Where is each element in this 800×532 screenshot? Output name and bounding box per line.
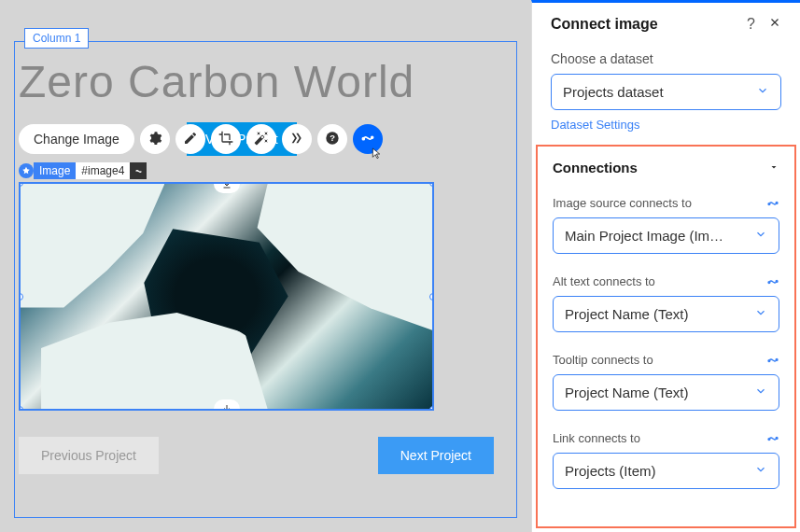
chevron-down-icon [754,306,767,322]
field-label: Image source connects to [553,196,692,210]
connect-icon[interactable] [766,432,779,445]
animation-button[interactable] [282,124,312,154]
select-value: Project Name (Text) [565,306,689,322]
resize-handle[interactable] [429,293,434,301]
selection-connected-icon[interactable] [130,162,147,179]
svg-text:?: ? [330,133,335,143]
link-select[interactable]: Projects (Item) [553,453,779,489]
resize-handle[interactable] [429,406,434,411]
select-value: Project Name (Text) [565,385,689,400]
field-image-source: Image source connects to Main Project Im… [538,189,794,267]
select-value: Projects (Item) [565,463,656,479]
filters-button[interactable] [246,124,276,154]
panel-close-button[interactable] [768,16,781,33]
alt-text-select[interactable]: Project Name (Text) [553,296,779,332]
page-hero-title: Zero Carbon World [19,56,494,107]
svg-point-3 [372,136,373,138]
field-label: Link connects to [553,431,640,445]
resize-handle[interactable] [429,182,434,187]
field-label: Tooltip connects to [553,353,653,367]
image-toolbar: View Project Change Image ? [19,124,494,154]
tooltip-select[interactable]: Project Name (Text) [553,374,779,411]
column-tag[interactable]: Column 1 [24,28,89,49]
connect-image-panel: Connect image ? Choose a dataset Project… [531,0,800,532]
connect-data-button[interactable] [353,124,383,154]
chevron-down-icon [754,463,767,479]
crop-icon [218,131,233,148]
adjust-icon[interactable] [19,163,34,178]
field-link: Link connects to Projects (Item) [538,424,794,502]
field-alt-text: Alt text connects to Project Name (Text) [538,267,794,345]
dataset-settings-link[interactable]: Dataset Settings [551,118,639,132]
pencil-icon [183,131,198,148]
settings-button[interactable] [140,124,170,154]
previous-project-button[interactable]: Previous Project [19,437,159,474]
selection-id-label: #image4 [76,162,130,179]
selected-element-frame: Image #image4 [19,165,494,474]
connections-section: Connections Image source connects to Mai… [536,145,796,528]
chevron-down-icon [754,228,767,244]
dataset-value: Projects dataset [563,84,664,100]
svg-point-9 [776,358,778,360]
canvas-area: Column 1 Zero Carbon World View Project … [0,0,531,532]
choose-dataset-label: Choose a dataset [551,51,781,66]
wand-icon [254,131,269,148]
connect-icon[interactable] [766,354,779,367]
svg-point-5 [776,202,778,203]
cursor-icon [370,147,385,161]
next-project-button[interactable]: Next Project [378,437,494,474]
field-label: Alt text connects to [553,274,655,288]
connect-icon[interactable] [766,275,779,288]
caret-down-icon [768,161,779,175]
animation-icon [289,131,304,148]
svg-point-4 [768,203,770,204]
svg-point-11 [776,437,778,439]
field-tooltip: Tooltip connects to Project Name (Text) [538,345,794,424]
svg-point-2 [362,137,364,139]
design-button[interactable] [175,124,205,154]
svg-point-8 [768,359,770,361]
gear-icon [147,131,162,148]
connections-toggle[interactable]: Connections [538,147,794,189]
change-image-button[interactable]: Change Image [19,124,134,154]
svg-point-6 [768,281,770,283]
stretch-top-button[interactable] [214,182,240,193]
connect-icon[interactable] [766,197,779,210]
chevron-down-icon [756,84,769,100]
select-value: Main Project Image (Im… [565,228,723,244]
help-icon: ? [325,131,340,148]
resize-handle[interactable] [19,406,23,411]
selection-type-label: Image [34,162,76,179]
panel-title: Connect image [551,16,658,33]
help-button[interactable]: ? [317,124,347,154]
image-source-select[interactable]: Main Project Image (Im… [553,217,779,254]
chevron-down-icon [754,385,767,400]
stretch-bottom-button[interactable] [214,399,240,411]
selected-image[interactable] [19,182,434,411]
svg-point-10 [768,438,770,440]
connections-title: Connections [553,160,638,175]
svg-point-7 [776,280,778,282]
connect-icon [360,131,375,148]
dataset-select[interactable]: Projects dataset [551,74,781,110]
resize-handle[interactable] [19,293,23,301]
crop-button[interactable] [211,124,241,154]
panel-help-button[interactable]: ? [747,16,755,33]
